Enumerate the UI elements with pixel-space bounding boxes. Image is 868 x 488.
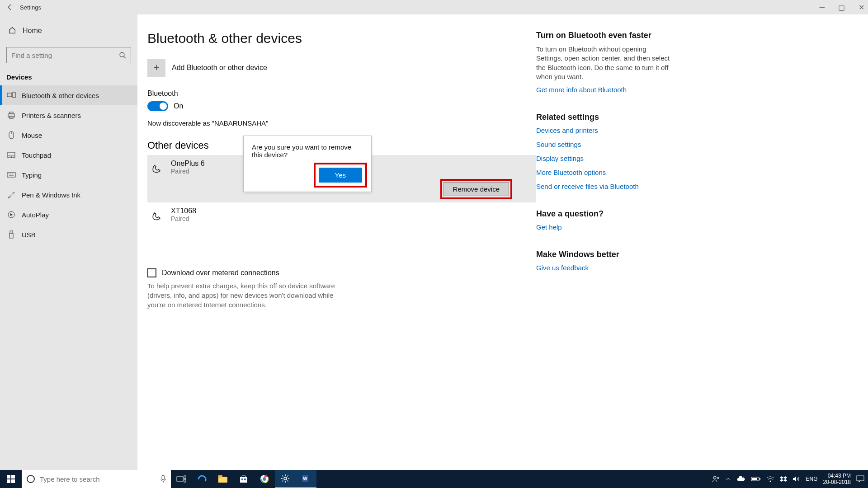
related-link[interactable]: Sound settings (536, 141, 672, 148)
taskbar-search[interactable] (22, 470, 171, 488)
svg-rect-33 (240, 477, 247, 483)
search-input[interactable] (11, 52, 119, 59)
sidebar-item-label: Mouse (22, 131, 42, 139)
get-help-link[interactable]: Get help (536, 223, 672, 231)
related-link[interactable]: Send or receive files via Bluetooth (536, 183, 672, 190)
store-icon[interactable] (233, 470, 254, 488)
edge-icon[interactable] (192, 470, 212, 488)
svg-rect-4 (8, 114, 14, 117)
svg-rect-21 (7, 475, 10, 479)
mouse-icon (6, 131, 16, 140)
dialog-message: Are you sure you want to remove this dev… (252, 143, 363, 159)
bluetooth-toggle[interactable] (147, 101, 168, 111)
svg-rect-34 (241, 479, 243, 480)
maximize-button[interactable]: ▢ (838, 3, 845, 12)
pen-icon (6, 190, 16, 199)
sidebar-item-bluetooth[interactable]: Bluetooth & other devices (0, 85, 137, 105)
device-status: Paired (171, 215, 196, 222)
svg-rect-3 (13, 92, 15, 98)
metered-label: Download over metered connections (162, 269, 279, 277)
metered-help-text: To help prevent extra charges, keep this… (147, 281, 337, 310)
svg-point-37 (263, 477, 266, 481)
svg-marker-47 (793, 476, 796, 482)
dialog-yes-button[interactable]: Yes (319, 168, 362, 183)
microphone-icon[interactable] (160, 475, 166, 483)
sidebar-item-label: Printers & scanners (22, 112, 81, 119)
language-indicator[interactable]: ENG (806, 476, 818, 482)
home-icon (8, 26, 17, 35)
clock[interactable]: 04:43 PM 20-08-2018 (823, 473, 851, 486)
volume-icon[interactable] (793, 476, 801, 482)
svg-point-46 (769, 481, 771, 482)
task-view-icon[interactable] (171, 470, 192, 488)
action-center-icon[interactable] (856, 475, 864, 483)
sidebar-item-mouse[interactable]: Mouse (0, 125, 137, 145)
related-link[interactable]: Devices and printers (536, 127, 672, 134)
bluetooth-section-label: Bluetooth (147, 89, 536, 98)
metered-checkbox-row[interactable]: Download over metered connections (147, 268, 536, 277)
add-device-row[interactable]: + Add Bluetooth or other device (147, 59, 536, 77)
svg-point-41 (713, 476, 716, 479)
svg-rect-23 (7, 479, 10, 483)
svg-point-42 (717, 477, 719, 479)
content: Bluetooth & other devices + Add Bluetoot… (147, 31, 536, 484)
battery-icon[interactable] (751, 476, 761, 482)
confirm-dialog: Are you sure you want to remove this dev… (243, 136, 372, 192)
wifi-icon[interactable] (766, 476, 774, 482)
svg-rect-26 (162, 475, 165, 480)
settings-app-icon[interactable] (275, 470, 296, 488)
back-button[interactable] (4, 1, 16, 14)
word-icon[interactable]: W (296, 470, 316, 488)
svg-rect-44 (760, 478, 760, 480)
tip-body: To turn on Bluetooth without opening Set… (536, 45, 672, 81)
checkbox-icon[interactable] (147, 268, 156, 277)
start-button[interactable] (0, 470, 22, 488)
system-tray: ENG 04:43 PM 20-08-2018 (712, 473, 868, 486)
titlebar: Settings ─ ▢ ✕ (0, 0, 868, 14)
sidebar-item-touchpad[interactable]: Touchpad (0, 145, 137, 165)
home-label: Home (23, 27, 42, 35)
minimize-button[interactable]: ─ (820, 3, 825, 12)
taskbar-search-input[interactable] (40, 475, 156, 483)
tip-link[interactable]: Get more info about Bluetooth (536, 86, 672, 94)
sidebar-group-title: Devices (0, 70, 137, 85)
usb-icon (6, 230, 16, 239)
chrome-icon[interactable] (254, 470, 275, 488)
sidebar: Home Devices Bluetooth & other devices P… (0, 14, 137, 484)
sidebar-search[interactable] (6, 47, 131, 63)
svg-rect-48 (857, 476, 864, 481)
phone-icon (149, 208, 165, 223)
printer-icon (6, 111, 16, 120)
remove-device-button[interactable]: Remove device (443, 182, 509, 196)
people-icon[interactable] (712, 475, 720, 483)
home-nav[interactable]: Home (0, 22, 137, 40)
highlight-box: Yes (318, 167, 363, 183)
svg-rect-32 (218, 475, 222, 478)
sidebar-item-printers[interactable]: Printers & scanners (0, 105, 137, 125)
tray-chevron-icon[interactable] (726, 476, 731, 482)
sidebar-item-usb[interactable]: USB (0, 225, 137, 244)
related-heading: Related settings (536, 113, 672, 122)
svg-point-25 (27, 475, 34, 483)
sidebar-item-label: USB (22, 231, 36, 239)
page-title: Bluetooth & other devices (147, 31, 536, 46)
tip-heading: Turn on Bluetooth even faster (536, 31, 672, 40)
phone-icon (149, 160, 165, 176)
touchpad-icon (6, 150, 16, 160)
dropbox-icon[interactable] (780, 476, 787, 482)
sidebar-item-pen[interactable]: Pen & Windows Ink (0, 185, 137, 205)
question-heading: Have a question? (536, 209, 672, 219)
sidebar-item-typing[interactable]: Typing (0, 165, 137, 185)
discoverable-text: Now discoverable as "NABARUNSAHA" (147, 119, 536, 127)
sidebar-item-autoplay[interactable]: AutoPlay (0, 205, 137, 225)
related-link[interactable]: Display settings (536, 155, 672, 162)
svg-rect-2 (7, 93, 12, 97)
close-button[interactable]: ✕ (859, 3, 864, 12)
feedback-link[interactable]: Give us feedback (536, 264, 672, 272)
onedrive-icon[interactable] (736, 476, 745, 482)
search-icon (119, 52, 126, 59)
device-item[interactable]: XT1068 Paired (147, 202, 536, 228)
feedback-heading: Make Windows better (536, 250, 672, 259)
related-link[interactable]: More Bluetooth options (536, 169, 672, 176)
file-explorer-icon[interactable] (212, 470, 233, 488)
